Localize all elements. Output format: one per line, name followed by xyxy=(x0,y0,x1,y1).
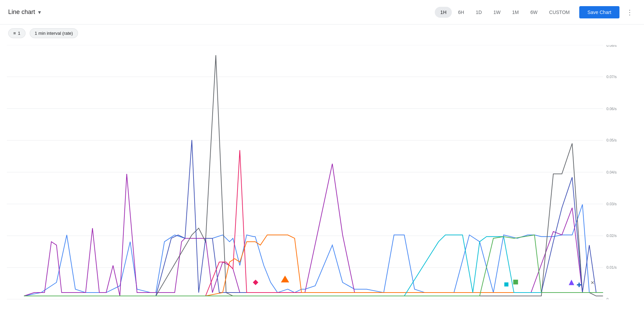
marker-square-teal xyxy=(504,282,508,286)
svg-text:0.08/s: 0.08/s xyxy=(607,45,617,47)
time-btn-1w[interactable]: 1W xyxy=(488,7,506,18)
marker-diamond-pink xyxy=(253,280,258,285)
svg-text:0.06/s: 0.06/s xyxy=(607,107,617,111)
chart-type-label: Line chart xyxy=(8,9,35,16)
marker-triangle-purple xyxy=(569,280,574,285)
marker-square-green xyxy=(513,280,518,284)
chart-svg: 0.08/s 0.07/s 0.06/s 0.05/s 0.04/s 0.03/… xyxy=(7,45,624,299)
time-btn-custom[interactable]: CUSTOM xyxy=(544,7,575,18)
more-icon: ⋮ xyxy=(626,9,633,16)
dropdown-arrow-icon: ▼ xyxy=(37,10,42,15)
svg-text:0.04/s: 0.04/s xyxy=(607,170,617,174)
top-bar: Line chart ▼ 1H 6H 1D 1W 1M 6W CUSTOM Sa… xyxy=(0,0,644,25)
time-btn-1h[interactable]: 1H xyxy=(435,7,452,18)
time-btn-1d[interactable]: 1D xyxy=(470,7,487,18)
svg-text:0: 0 xyxy=(607,297,609,299)
chart-type-dropdown[interactable]: Line chart ▼ xyxy=(8,9,42,16)
save-chart-button[interactable]: Save Chart xyxy=(579,6,619,18)
interval-label: 1 min interval (rate) xyxy=(35,31,73,36)
marker-plus-blue: ✚ xyxy=(577,282,582,288)
svg-text:0.03/s: 0.03/s xyxy=(607,202,617,206)
svg-text:0.02/s: 0.02/s xyxy=(607,234,617,238)
svg-text:0.05/s: 0.05/s xyxy=(607,138,617,143)
time-btn-1m[interactable]: 1M xyxy=(507,7,524,18)
time-range-buttons: 1H 6H 1D 1W 1M 6W CUSTOM xyxy=(435,7,575,18)
svg-text:0.07/s: 0.07/s xyxy=(607,75,617,79)
marker-x-gray: ✕ xyxy=(591,280,595,285)
filter-count: 1 xyxy=(18,31,20,36)
chart-area: 0.08/s 0.07/s 0.06/s 0.05/s 0.04/s 0.03/… xyxy=(0,42,644,313)
more-options-button[interactable]: ⋮ xyxy=(624,6,636,18)
time-btn-6w[interactable]: 6W xyxy=(525,7,543,18)
marker-triangle-orange xyxy=(281,275,289,282)
filter-button[interactable]: ≡ 1 xyxy=(8,28,26,38)
time-btn-6h[interactable]: 6H xyxy=(453,7,470,18)
filter-icon: ≡ xyxy=(13,31,16,36)
sub-bar: ≡ 1 1 min interval (rate) xyxy=(0,25,644,42)
interval-button[interactable]: 1 min interval (rate) xyxy=(30,28,78,38)
svg-text:0.01/s: 0.01/s xyxy=(607,266,617,270)
